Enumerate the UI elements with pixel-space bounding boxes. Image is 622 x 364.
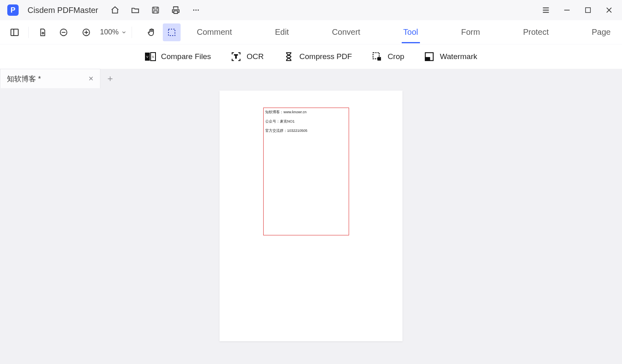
svg-rect-9 <box>168 29 175 36</box>
sidebar-toggle-button[interactable] <box>6 23 23 41</box>
svg-text:V: V <box>146 55 149 59</box>
svg-point-3 <box>198 10 199 11</box>
separator <box>132 27 132 38</box>
ocr-button[interactable]: T OCR <box>230 51 264 62</box>
print-icon <box>171 6 180 15</box>
zoom-controls: 100% <box>55 23 127 41</box>
svg-rect-16 <box>377 57 381 61</box>
compare-icon: VS <box>145 51 156 62</box>
crop-label: Crop <box>388 52 404 61</box>
print-button[interactable] <box>170 4 181 16</box>
menu-button[interactable] <box>540 4 552 16</box>
select-tool-button[interactable] <box>163 23 181 41</box>
close-icon <box>605 6 613 14</box>
close-icon: ✕ <box>88 75 94 82</box>
plus-circle-icon <box>82 28 91 37</box>
hand-icon <box>147 28 156 37</box>
zoom-dropdown[interactable]: 100% <box>100 28 127 36</box>
document-tab-title: 知软博客 * <box>7 74 41 84</box>
tab-comment[interactable]: Comment <box>195 23 234 41</box>
page-gear-icon <box>38 28 47 37</box>
close-button[interactable] <box>603 4 615 16</box>
app-logo: P <box>7 4 19 16</box>
home-button[interactable] <box>109 4 121 16</box>
separator <box>28 27 29 38</box>
compress-icon <box>283 51 294 62</box>
minimize-icon <box>563 6 571 14</box>
app-title: Cisdem PDFMaster <box>28 6 98 15</box>
window-controls <box>540 4 615 16</box>
more-button[interactable] <box>190 4 202 16</box>
save-icon <box>151 6 160 14</box>
svg-rect-0 <box>153 7 159 13</box>
svg-rect-5 <box>11 29 18 36</box>
main-toolbar: 100% Comment Edit Convert Tool Form Prot… <box>0 20 622 44</box>
marquee-icon <box>167 28 177 37</box>
ocr-icon: T <box>230 51 242 62</box>
compress-button[interactable]: Compress PDF <box>283 51 352 62</box>
tab-page[interactable]: Page <box>590 23 612 41</box>
crop-icon <box>371 51 383 62</box>
minus-circle-icon <box>59 28 68 37</box>
maximize-icon <box>584 6 592 14</box>
tab-edit[interactable]: Edit <box>273 23 290 41</box>
svg-point-1 <box>194 10 195 11</box>
page-text-line: 公众号：麦克NO1 <box>265 119 347 124</box>
watermark-icon <box>424 51 435 62</box>
tool-subtoolbar: VS Compare Files T OCR Compress PDF Crop… <box>0 44 622 69</box>
svg-text:S: S <box>152 55 154 59</box>
main-tabs: Comment Edit Convert Tool Form Protect P… <box>181 23 616 41</box>
more-icon <box>192 6 200 15</box>
plus-icon: ＋ <box>106 72 115 85</box>
chevron-down-icon <box>121 30 127 35</box>
crop-button[interactable]: Crop <box>371 51 404 62</box>
document-tab[interactable]: 知软博客 * ✕ <box>0 69 100 88</box>
svg-point-6 <box>42 32 44 34</box>
tab-form[interactable]: Form <box>460 23 482 41</box>
save-button[interactable] <box>150 4 161 16</box>
document-tab-close[interactable]: ✕ <box>88 75 94 83</box>
zoom-out-button[interactable] <box>55 23 72 41</box>
compare-files-button[interactable]: VS Compare Files <box>145 51 211 62</box>
watermark-button[interactable]: Watermark <box>424 51 477 62</box>
compare-label: Compare Files <box>161 52 211 61</box>
hand-tool-button[interactable] <box>143 23 160 41</box>
titlebar: P Cisdem PDFMaster <box>0 0 622 20</box>
maximize-button[interactable] <box>582 4 594 16</box>
compress-label: Compress PDF <box>299 52 352 61</box>
document-tab-bar: 知软博客 * ✕ ＋ <box>0 69 622 88</box>
page-text-line: 知软博客：www.knowr.cn <box>265 110 347 115</box>
tab-tool[interactable]: Tool <box>402 23 420 41</box>
zoom-value: 100% <box>100 28 119 36</box>
pdf-page[interactable]: 知软博客：www.knowr.cn 公众号：麦克NO1 官方交流群：103221… <box>219 91 403 341</box>
svg-point-2 <box>196 10 197 11</box>
zoom-in-button[interactable] <box>77 23 95 41</box>
sidebar-icon <box>10 28 19 37</box>
page-text-line: 官方交流群：1032210505 <box>265 128 347 133</box>
watermark-label: Watermark <box>440 52 477 61</box>
svg-rect-4 <box>586 8 590 13</box>
svg-rect-18 <box>426 57 430 61</box>
tab-convert[interactable]: Convert <box>330 23 362 41</box>
minimize-button[interactable] <box>561 4 573 16</box>
hamburger-icon <box>541 6 550 15</box>
new-tab-button[interactable]: ＋ <box>100 69 120 88</box>
tab-protect[interactable]: Protect <box>522 23 550 41</box>
home-icon <box>111 6 119 15</box>
svg-text:T: T <box>234 53 238 59</box>
document-canvas[interactable]: 知软博客：www.knowr.cn 公众号：麦克NO1 官方交流群：103221… <box>0 88 622 364</box>
folder-icon <box>131 6 140 15</box>
content-selection-box[interactable]: 知软博客：www.knowr.cn 公众号：麦克NO1 官方交流群：103221… <box>263 108 349 235</box>
ocr-label: OCR <box>247 52 264 61</box>
open-button[interactable] <box>130 4 141 16</box>
page-settings-button[interactable] <box>34 23 51 41</box>
